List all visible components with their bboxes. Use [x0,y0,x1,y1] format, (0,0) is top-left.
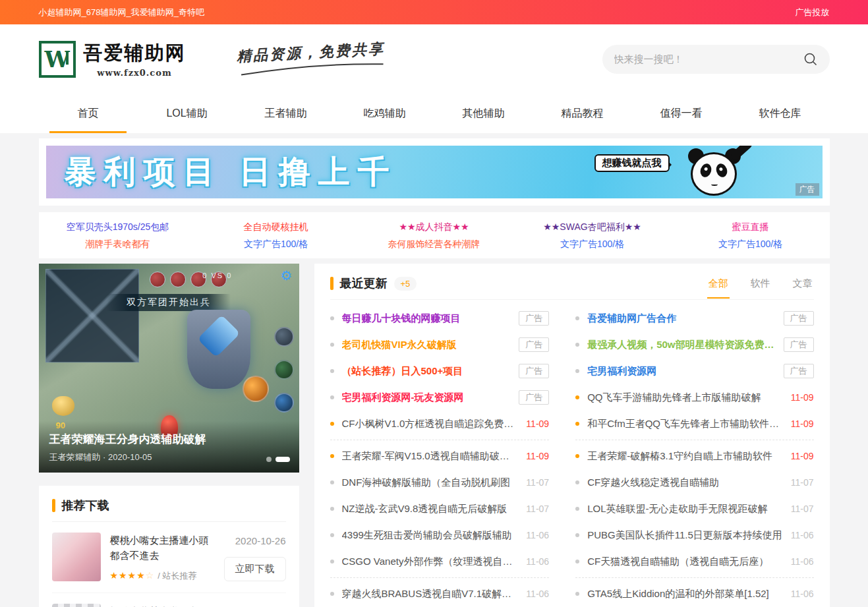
text-ad-slot-3: ★★SWAG杏吧福利★★文字广告100/格 [513,218,672,252]
item-title: 和平Cfm王者QQ飞车先锋者上市辅助软件破解 [587,418,791,430]
update-list-item[interactable]: 老司机快猫VIP永久破解版广告 [330,332,550,358]
update-list-item[interactable]: LOL英雄联盟-无心走砍助手无限视距破解11-07 [575,496,813,522]
slider-dot[interactable] [266,457,272,462]
banner-headline: 暴利项目 日撸上千 [65,151,397,193]
recent-tab-2[interactable]: 文章 [792,277,814,299]
panda-mouth-icon [711,183,718,186]
update-list-item[interactable]: 最强承人视频，50w部明星模特资源免费共享广告 [575,332,813,358]
update-list-item[interactable]: GTA5线上Kiddion的温和的外部菜单[1.52]11-06 [575,581,813,607]
ad-placement-link[interactable]: 广告投放 [796,7,830,18]
bullet-icon [330,533,334,537]
text-ad-link[interactable]: 奈何服饰经营各种潮牌 [355,235,513,252]
update-list-item[interactable]: 每日赚几十块钱的网赚项目广告 [330,305,550,332]
text-ad-link[interactable]: 潮牌手表啥都有 [39,235,197,252]
promo-banner[interactable]: 暴利项目 日撸上千 想赚钱就点我 广告 [46,146,823,198]
update-list-item[interactable]: QQ飞车手游辅助先锋者上市版辅助破解11-09 [575,384,813,411]
text-ad-link[interactable]: 蜜豆直播 [672,218,830,235]
item-date: 11-06 [791,530,814,540]
update-list-item[interactable]: 穿越火线BRABUS透视自瞄V7.1破解版本11-06 [330,581,550,607]
friend-links[interactable]: 小超辅助网_678辅助网_我爱辅助网_奇特吧 [39,7,204,18]
update-list-item[interactable]: PUBG美国队长插件11.5日更新版本持续使用11-06 [575,522,813,548]
dashed-divider [330,577,550,578]
slide-meta: 王者荣耀辅助 · 2020-10-05 [49,451,289,463]
update-list-item[interactable]: （站长推荐）日入500+项目广告 [330,358,550,384]
site-logo[interactable]: W 吾爱辅助网 www.fzx0.com [39,40,186,78]
nav-item-2[interactable]: 王者辅助 [237,94,335,133]
section-accent-bar [330,277,333,290]
recommend-thumbnail [52,604,101,607]
recent-tab-0[interactable]: 全部 [707,277,730,299]
text-ad-link[interactable]: 全自动硬核挂机 [197,218,355,235]
panda-eye-icon [714,162,729,179]
text-ad-link[interactable]: 文字广告100/格 [513,235,672,252]
recommend-date: 2020-10-26 [235,535,286,546]
nav-item-7[interactable]: 软件仓库 [731,94,830,133]
panda-eye-icon [699,162,713,179]
recent-updates-card: 最近更新 +5 全部软件文章 每日赚几十块钱的网赚项目广告老司机快猫VIP永久破… [314,264,830,607]
bullet-icon [330,454,334,458]
update-list-item[interactable]: 吾爱辅助网广告合作广告 [575,305,813,332]
item-title: NZ逆战-玄武V9.8透视自瞄无后破解版 [342,503,527,515]
text-ad-link[interactable]: 文字广告100/格 [672,235,830,252]
ad-badge: 广告 [519,390,549,405]
nav-item-5[interactable]: 精品教程 [533,94,632,133]
item-date: 11-09 [791,392,814,403]
item-date: 11-09 [526,419,549,429]
item-title: 最强承人视频，50w部明星模特资源免费共享 [587,339,783,351]
slide-caption: 王者荣耀海王分身内透辅助破解 王者荣耀辅助 · 2020-10-05 [39,421,299,473]
text-ad-link[interactable]: 文字广告100/格 [197,235,355,252]
search-icon[interactable] [803,52,818,67]
text-ad-link[interactable]: 空军贝壳头1970s/25包邮 [39,218,197,235]
update-list-item[interactable]: DNF海神破解版辅助（全自动脱机刷图11-07 [330,469,550,496]
featured-slider[interactable]: 双方军团开始出兵 0 VS 0 ⚙ 90 王者荣耀海王分身内透辅助破解 王者荣耀… [39,264,299,473]
logo-mark-icon: W [39,41,76,78]
nav-item-4[interactable]: 其他辅助 [434,94,533,133]
ad-badge: 广告 [519,311,549,326]
update-list-item[interactable]: CF天猫透视自瞄辅助（透视自瞄无后座）11-06 [575,548,813,575]
bullet-icon [575,592,579,596]
site-url: www.fzx0.com [84,68,186,78]
update-list-item[interactable]: 宅男福利资源网广告 [575,358,813,384]
update-list-item[interactable]: 王者荣耀-军阀V15.0透视自瞄辅助破解版11-09 [330,443,550,469]
item-date: 11-07 [526,477,549,488]
item-date: 11-06 [526,530,549,540]
search-box [602,45,830,74]
minimap [45,269,139,362]
update-list-item[interactable]: NZ逆战-玄武V9.8透视自瞄无后破解版11-07 [330,496,550,522]
recommend-item[interactable]: 樱桃小嘴女主播連小頭都含不進去★★★★☆/ 站长推荐2020-10-26立即下载 [52,522,286,593]
dashed-divider [575,577,813,578]
recommend-item[interactable]: 据传东北某大学女老师，白天教学晚上直播，不雅视频...2020-10-19立即下… [52,593,286,607]
slider-dot-active[interactable] [275,457,290,462]
recommend-item-title[interactable]: 据传东北某大学女老师，白天教学晚上直播，不雅视频... [110,604,212,607]
text-ad-link[interactable]: ★★成人抖音★★ [355,218,513,235]
bullet-icon [330,343,334,347]
recent-title: 最近更新 [340,275,388,291]
update-list-item[interactable]: 和平Cfm王者QQ飞车先锋者上市辅助软件破解11-09 [575,411,813,437]
text-ads-row: 空军贝壳头1970s/25包邮潮牌手表啥都有全自动硬核挂机文字广告100/格★★… [39,212,830,258]
nav-item-0[interactable]: 首页 [39,94,138,133]
download-now-button[interactable]: 立即下载 [224,557,286,581]
bullet-icon [575,369,579,373]
item-date: 11-09 [526,451,549,461]
item-title: PUBG美国队长插件11.5日更新版本持续使用 [587,529,791,542]
search-input[interactable] [614,53,803,65]
nav-item-6[interactable]: 值得一看 [632,94,731,133]
update-list-item[interactable]: 王者荣耀-破解椿3.1守约自瞄上市辅助软件11-09 [575,443,813,469]
recent-tabs: 全部软件文章 [707,277,814,290]
nav-item-3[interactable]: 吃鸡辅助 [335,94,434,133]
update-list-item[interactable]: CSGO Vanety外部作弊（纹理透视自瞄）11-06 [330,548,550,575]
bullet-icon [330,560,334,564]
site-name: 吾爱辅助网 [84,40,186,67]
recent-tab-1[interactable]: 软件 [749,277,772,299]
nav-item-1[interactable]: LOL辅助 [138,94,237,133]
update-list-item[interactable]: 宅男福利资源网-玩友资源网广告 [330,384,550,411]
slide-title[interactable]: 王者荣耀海王分身内透辅助破解 [49,432,289,447]
update-list-item[interactable]: CF小枫树V1.0方框透视自瞄追踪免费辅助11-09 [330,411,550,437]
recommend-meta: 2020-10-26立即下载 [212,533,286,582]
item-date: 11-07 [791,504,814,514]
recommend-item-title[interactable]: 樱桃小嘴女主播連小頭都含不進去 [110,533,212,564]
star-rating: ★★★★☆/ 站长推荐 [110,570,212,582]
update-list-item[interactable]: CF穿越火线稳定透视自瞄辅助11-07 [575,469,813,496]
update-list-item[interactable]: 4399生死狙击爱尚辅助会员破解版辅助11-06 [330,522,550,548]
text-ad-link[interactable]: ★★SWAG杏吧福利★★ [513,218,672,235]
